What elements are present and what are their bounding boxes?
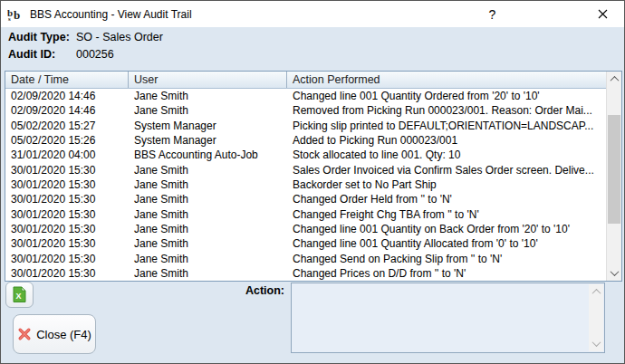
cell-action: Changed Freight Chg TBA from '' to 'N': [287, 207, 606, 222]
svg-text:b: b: [14, 8, 20, 22]
cell-datetime: 05/02/2020 15:26: [5, 133, 129, 148]
excel-export-icon: X: [12, 286, 27, 303]
table-row[interactable]: 30/01/2020 15:30 Jane Smith Sales Order …: [5, 163, 606, 177]
cell-action: Sales Order Invoiced via Confirm Sales O…: [287, 163, 606, 177]
action-label: Action:: [182, 284, 284, 297]
audit-type-label: Audit Type:: [8, 31, 70, 43]
table-row[interactable]: 31/01/2020 04:00 BBS Accounting Auto-Job…: [5, 148, 606, 162]
table-row[interactable]: 30/01/2020 15:30 Jane Smith Backorder se…: [5, 177, 606, 192]
cell-datetime: 30/01/2020 15:30: [5, 177, 129, 192]
cell-action: Removed from Picking Run 000023/001. Rea…: [287, 103, 606, 118]
table-row[interactable]: 02/09/2020 14:46 Jane Smith Changed line…: [5, 89, 606, 103]
cell-datetime: 30/01/2020 15:30: [5, 192, 129, 206]
cell-user: Jane Smith: [129, 163, 287, 177]
cell-datetime: 30/01/2020 15:30: [5, 207, 129, 222]
table-row[interactable]: 30/01/2020 15:30 Jane Smith Changed Pric…: [5, 266, 606, 281]
bbs-logo-icon: b s b: [7, 6, 25, 22]
cell-user: Jane Smith: [129, 222, 287, 236]
help-button[interactable]: ?: [472, 1, 513, 27]
action-scroll-down-button[interactable]: [589, 336, 603, 351]
action-scrollbar[interactable]: [589, 284, 603, 351]
table-row[interactable]: 30/01/2020 15:30 Jane Smith Changed line…: [5, 222, 606, 236]
cell-datetime: 30/01/2020 15:30: [5, 252, 129, 266]
table-row[interactable]: 30/01/2020 15:30 Jane Smith Changed Send…: [5, 252, 606, 266]
chevron-down-icon: [591, 338, 601, 347]
title-bar: b s b BBS Accounting - View Audit Trail …: [1, 1, 624, 27]
cell-action: Changed Order Held from '' to 'N': [287, 192, 606, 206]
audit-id-value: 000256: [76, 48, 114, 61]
cell-action: Backorder set to No Part Ship: [287, 177, 606, 192]
cell-action: Stock allocated to line 001. Qty: 10: [287, 148, 606, 162]
window-close-button[interactable]: [582, 1, 624, 27]
column-header-user[interactable]: User: [129, 72, 287, 88]
cell-action: Changed line 001 Quantity Allocated from…: [287, 236, 606, 251]
window-title: BBS Accounting - View Audit Trail: [30, 8, 192, 21]
audit-trail-dialog: b s b BBS Accounting - View Audit Trail …: [0, 0, 625, 364]
scroll-up-button[interactable]: [607, 72, 621, 87]
table-row[interactable]: 30/01/2020 15:30 Jane Smith Changed Frei…: [5, 207, 606, 222]
cell-user: Jane Smith: [129, 266, 287, 281]
cell-action: Changed line 001 Quantity on Back Order …: [287, 222, 606, 236]
cell-datetime: 30/01/2020 15:30: [5, 266, 129, 281]
table-header: Date / Time User Action Performed: [5, 72, 606, 89]
table-row[interactable]: 30/01/2020 15:30 Jane Smith Changed Orde…: [5, 192, 606, 206]
cell-user: System Manager: [129, 133, 287, 148]
chevron-down-icon: [610, 267, 619, 276]
cell-user: System Manager: [129, 119, 287, 133]
table-body: 02/09/2020 14:46 Jane Smith Changed line…: [5, 89, 606, 281]
table-row[interactable]: 30/01/2020 15:30 Jane Smith Changed line…: [5, 236, 606, 251]
cell-datetime: 02/09/2020 14:46: [5, 103, 129, 118]
red-x-icon: [17, 327, 32, 341]
scrollbar-thumb[interactable]: [608, 115, 620, 224]
window-close-icon: [598, 9, 608, 19]
cell-user: Jane Smith: [129, 103, 287, 118]
action-textarea[interactable]: [291, 283, 605, 353]
action-scroll-up-button[interactable]: [589, 284, 603, 300]
table-scrollbar[interactable]: [606, 72, 621, 281]
action-textarea-value: [295, 286, 586, 350]
cell-datetime: 30/01/2020 15:30: [5, 163, 129, 177]
export-excel-button[interactable]: X: [5, 282, 34, 308]
column-header-datetime[interactable]: Date / Time: [5, 72, 129, 88]
column-header-action[interactable]: Action Performed: [287, 72, 606, 88]
close-f4-button[interactable]: Close (F4): [13, 314, 96, 354]
cell-datetime: 30/01/2020 15:30: [5, 222, 129, 236]
chevron-up-icon: [591, 289, 601, 298]
table-row[interactable]: 02/09/2020 14:46 Jane Smith Removed from…: [5, 103, 606, 118]
table-row[interactable]: 05/02/2020 15:26 System Manager Added to…: [5, 133, 606, 148]
cell-datetime: 02/09/2020 14:46: [5, 89, 129, 103]
cell-user: BBS Accounting Auto-Job: [129, 148, 287, 162]
cell-datetime: 30/01/2020 15:30: [5, 236, 129, 251]
cell-action: Added to Picking Run 000023/001: [287, 133, 606, 148]
cell-action: Changed Send on Packing Slip from '' to …: [287, 252, 606, 266]
scroll-down-button[interactable]: [607, 265, 621, 281]
svg-text:X: X: [15, 292, 21, 301]
cell-user: Jane Smith: [129, 252, 287, 266]
table-row[interactable]: 05/02/2020 15:27 System Manager Picking …: [5, 119, 606, 133]
cell-user: Jane Smith: [129, 177, 287, 192]
close-f4-label: Close (F4): [36, 328, 91, 341]
cell-action: Changed line 001 Quantity Ordered from '…: [287, 89, 606, 103]
chevron-up-icon: [610, 76, 619, 85]
cell-datetime: 05/02/2020 15:27: [5, 119, 129, 133]
audit-type-value: SO - Sales Order: [76, 31, 163, 43]
audit-trail-table: Date / Time User Action Performed 02/09/…: [5, 71, 622, 282]
cell-action: Changed Prices on D/D from '' to 'N': [287, 266, 606, 281]
cell-user: Jane Smith: [129, 236, 287, 251]
cell-user: Jane Smith: [129, 207, 287, 222]
svg-text:s: s: [8, 15, 11, 22]
audit-id-label: Audit ID:: [8, 48, 55, 61]
cell-datetime: 31/01/2020 04:00: [5, 148, 129, 162]
cell-action: Picking slip printed to DEFAULT;ORIENTAT…: [287, 119, 606, 133]
help-icon: ?: [489, 7, 496, 22]
cell-user: Jane Smith: [129, 89, 287, 103]
cell-user: Jane Smith: [129, 192, 287, 206]
